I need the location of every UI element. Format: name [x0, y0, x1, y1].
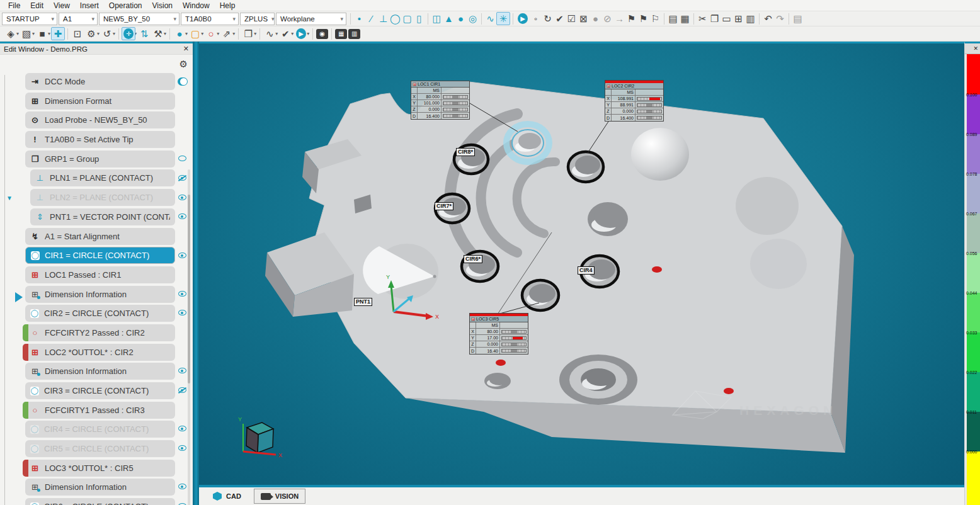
pan-icon[interactable]: ✚ [51, 27, 65, 40]
report-window-icon[interactable]: ▥ [348, 29, 360, 39]
report-list-icon[interactable]: ▤ [667, 12, 679, 25]
eye-icon[interactable] [178, 445, 186, 451]
close-icon[interactable]: ✕ [973, 45, 978, 52]
cmd-dim-info-3[interactable]: ⊞Dimension Information [25, 479, 175, 496]
menu-file[interactable]: File [4, 1, 25, 11]
report-toggle-icon[interactable]: ▦ [335, 29, 347, 39]
eye-icon[interactable] [178, 310, 186, 315]
feature-tag-cir8[interactable]: CIR8* [456, 148, 475, 156]
cmd-pln2[interactable]: ⊥PLN2 = PLANE (CONTACT) [30, 189, 175, 206]
cmd-set-active-tip[interactable]: !T1A0B0 = Set Active Tip [25, 131, 175, 148]
eye-icon[interactable] [178, 195, 186, 200]
menu-view[interactable]: View [49, 1, 74, 11]
mark-done-icon[interactable]: ☑ [566, 12, 578, 25]
clipboard-grid-icon[interactable]: ▥ [744, 12, 756, 25]
point-feature-icon[interactable]: • [353, 12, 365, 25]
cmd-pln1[interactable]: ⊥PLN1 = PLANE (CONTACT) [30, 169, 175, 186]
alignment-select[interactable]: STARTUP▾ [2, 13, 57, 25]
auto-feature-icon[interactable]: ✳ [496, 12, 510, 25]
gear-icon[interactable]: ⚙ [179, 59, 188, 70]
probe-toolbox-icon[interactable]: ⚒ [151, 27, 165, 40]
scrollbar-thumb[interactable] [188, 195, 190, 383]
probe-select[interactable]: NEW5_BY_50▾ [99, 13, 179, 25]
eye-icon[interactable] [178, 291, 186, 297]
bookmark-next-icon[interactable]: ⚑ [637, 12, 649, 25]
cone-feature-icon[interactable]: ▲ [443, 12, 455, 25]
cmd-dim-info-2[interactable]: ⊞Dimension Information [25, 363, 175, 380]
eye-icon[interactable] [178, 156, 186, 161]
orientation-cube[interactable]: Y X [238, 416, 282, 458]
cmd-dcc-mode[interactable]: ⇥DCC Mode [25, 73, 175, 90]
measurement-box-loc1[interactable]: ⊞LOC1 CIR1 MS X80.000 Y101.000 Z0.000 D1… [411, 81, 470, 120]
cmd-dimension-format[interactable]: ⊞Dimension Format [25, 93, 175, 110]
continue-icon[interactable]: → [613, 12, 625, 25]
cmd-cir3[interactable]: ◯CIR3 = CIRCLE (CONTACT) [25, 382, 175, 399]
execute-icon[interactable]: ▶ [294, 27, 308, 40]
cmd-cir6[interactable]: ◯CIR6 = CIRCLE (CONTACT) [25, 498, 175, 505]
plane-feature-icon[interactable]: ⊥ [377, 12, 389, 25]
line-feature-icon[interactable]: ∕ [365, 12, 377, 25]
cut-icon[interactable]: ✂ [697, 12, 709, 25]
report-window-icon[interactable]: ▦ [679, 12, 691, 25]
square-slot-feature-icon[interactable]: ▯ [413, 12, 425, 25]
confirm-icon[interactable]: ✔ [278, 27, 292, 40]
panel-scrollbar[interactable] [188, 169, 190, 505]
probe-mode-icon[interactable]: ⇅ [137, 27, 151, 40]
cmd-cir2[interactable]: ◯CIR2 = CIRCLE (CONTACT) [25, 305, 175, 322]
axis-select[interactable]: A1▾ [59, 13, 98, 25]
cmd-cir4[interactable]: ◯CIR4 = CIRCLE (CONTACT) [25, 421, 175, 438]
measurement-box-loc3[interactable]: ⊞LOC3 CIR5 MS X80.00 Y17.00 Z0.000 D16.4… [469, 313, 528, 355]
menu-insert[interactable]: Insert [76, 1, 103, 11]
eye-icon[interactable] [178, 252, 186, 258]
round-slot-feature-icon[interactable]: ▢ [401, 12, 413, 25]
camera-icon[interactable]: ◉ [316, 29, 328, 39]
eye-icon[interactable] [178, 213, 186, 219]
workplane-axis-select[interactable]: ZPLUS▾ [240, 13, 275, 25]
loop-execution-icon[interactable]: ↻ [542, 12, 554, 25]
wireframe-view-icon[interactable]: ▧ [20, 27, 33, 40]
eye-icon[interactable] [178, 426, 186, 431]
shaded-view-icon[interactable]: ■ [35, 27, 49, 40]
cmd-loc3[interactable]: ⊞LOC3 *OUTTOL* : CIR5 [25, 460, 175, 477]
cmd-pnt1[interactable]: ⇕PNT1 = VECTOR POINT (CONTACT) [30, 208, 175, 225]
dcc-toggle[interactable] [178, 77, 188, 86]
cmd-fcfcirty1[interactable]: ○FCFCIRTY1 Passed : CIR3 [25, 402, 175, 419]
close-icon[interactable]: ✕ [183, 45, 189, 53]
feature-tag-pnt1[interactable]: PNT1 [354, 298, 372, 306]
bookmark-clear-icon[interactable]: ⚐ [649, 12, 661, 25]
redo-icon[interactable]: ↷ [774, 12, 786, 25]
menu-edit[interactable]: Edit [26, 1, 48, 11]
settings-gears-icon[interactable]: ⚙ [84, 27, 98, 40]
tip-select[interactable]: T1A0B0▾ [181, 13, 239, 25]
done-icon[interactable]: ✔ [554, 12, 566, 25]
feature-tag-cir6[interactable]: CIR6* [464, 255, 482, 263]
copy-icon[interactable]: ❐ [709, 12, 721, 25]
menu-operation[interactable]: Operation [105, 1, 147, 11]
tab-vision[interactable]: VISION [254, 489, 305, 504]
eye-icon[interactable] [178, 368, 186, 373]
cmd-fcfcirty2[interactable]: ○FCFCIRTY2 Passed : CIR2 [25, 324, 175, 341]
translate-view-icon[interactable]: ✛ [122, 27, 135, 40]
torus-feature-icon[interactable]: ◎ [467, 12, 479, 25]
break-icon[interactable]: ⊘ [601, 12, 613, 25]
sphere-tool-icon[interactable]: ● [173, 27, 186, 40]
cmd-loc1[interactable]: ⊞LOC1 Passed : CIR1 [25, 266, 175, 283]
menu-vision[interactable]: Vision [148, 1, 177, 11]
measurement-box-loc2[interactable]: ⊞LOC2 CIR2 MS X108.991 Y88.991 Z0.000 D1… [605, 80, 664, 122]
cir1-highlighted-circle[interactable] [506, 124, 549, 162]
bookmark-icon[interactable]: ⚑ [625, 12, 637, 25]
menu-help[interactable]: Help [215, 1, 240, 11]
curve-feature-icon[interactable]: ∿ [484, 12, 496, 25]
cylinder-feature-icon[interactable]: ◫ [431, 12, 443, 25]
circle-feature-icon[interactable]: ◯ [389, 12, 401, 25]
cmd-group-grp1[interactable]: ❒GRP1 = Group [25, 150, 175, 167]
cmd-cir1[interactable]: ◯CIR1 = CIRCLE (CONTACT) [25, 247, 175, 264]
window-select-icon[interactable]: ▢ [188, 27, 202, 40]
feature-tag-cir4[interactable]: CIR4 [578, 266, 595, 275]
execute-from-cursor-icon[interactable]: ◦ [530, 12, 542, 25]
tab-cad[interactable]: CAD [207, 489, 248, 504]
comment-icon[interactable]: ⊡ [71, 27, 84, 40]
eye-icon[interactable] [178, 484, 186, 489]
execute-program-icon[interactable]: ▶ [516, 12, 530, 25]
clear-marked-icon[interactable]: ⊠ [578, 12, 590, 25]
